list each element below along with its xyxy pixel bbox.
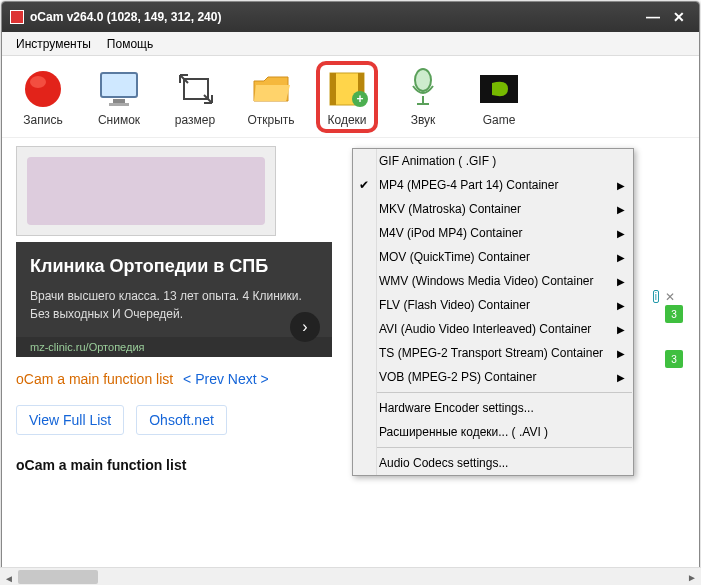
codec-menu-item[interactable]: VOB (MPEG-2 PS) Container▶ bbox=[353, 365, 633, 389]
ad-url[interactable]: mz-clinic.ru/Ортопедия bbox=[16, 337, 332, 357]
codecs-label: Кодеки bbox=[327, 113, 366, 127]
sound-button[interactable]: Звук bbox=[392, 67, 454, 127]
toolbar: Запись Снимок размер Открыть + Кодеки Зв… bbox=[2, 56, 699, 138]
svg-rect-7 bbox=[330, 73, 336, 105]
menu-item-label: Расширенные кодеки... ( .AVI ) bbox=[379, 425, 548, 439]
codecs-button[interactable]: + Кодеки bbox=[316, 61, 378, 133]
menu-item-label: Audio Codecs settings... bbox=[379, 456, 508, 470]
ad-close-button[interactable]: ✕ bbox=[665, 290, 675, 304]
submenu-arrow-icon: ▶ bbox=[617, 276, 625, 287]
codec-menu-item[interactable]: AVI (Audio Video Interleaved) Container▶ bbox=[353, 317, 633, 341]
app-icon bbox=[10, 10, 24, 24]
game-label: Game bbox=[483, 113, 516, 127]
menu-item-label: FLV (Flash Video) Container bbox=[379, 298, 530, 312]
record-button[interactable]: Запись bbox=[12, 67, 74, 127]
game-button[interactable]: Game bbox=[468, 67, 530, 127]
codec-menu-item[interactable]: MKV (Matroska) Container▶ bbox=[353, 197, 633, 221]
codec-menu-item[interactable]: Hardware Encoder settings... bbox=[353, 396, 633, 420]
view-full-list-button[interactable]: View Full List bbox=[16, 405, 124, 435]
size-label: размер bbox=[175, 113, 215, 127]
size-button[interactable]: размер bbox=[164, 67, 226, 127]
ad-body: Врачи высшего класса. 13 лет опыта. 4 Кл… bbox=[30, 287, 318, 323]
submenu-arrow-icon: ▶ bbox=[617, 252, 625, 263]
snapshot-label: Снимок bbox=[98, 113, 140, 127]
submenu-arrow-icon: ▶ bbox=[617, 180, 625, 191]
scroll-thumb[interactable] bbox=[18, 570, 98, 584]
window-title: oCam v264.0 (1028, 149, 312, 240) bbox=[30, 10, 639, 24]
submenu-arrow-icon: ▶ bbox=[617, 324, 625, 335]
menu-item-label: WMV (Windows Media Video) Container bbox=[379, 274, 594, 288]
menu-item-label: VOB (MPEG-2 PS) Container bbox=[379, 370, 536, 384]
green-badge-1[interactable]: 3 bbox=[665, 305, 683, 323]
microphone-icon bbox=[401, 67, 445, 111]
prev-next-link[interactable]: < Prev Next > bbox=[183, 371, 269, 387]
menu-item-label: M4V (iPod MP4) Container bbox=[379, 226, 522, 240]
svg-rect-3 bbox=[113, 99, 125, 103]
horizontal-scrollbar[interactable]: ◄ ► bbox=[0, 567, 701, 585]
svg-point-11 bbox=[415, 69, 431, 91]
ad-headline: Клиника Ортопедии в СПБ bbox=[30, 256, 318, 277]
record-icon bbox=[21, 67, 65, 111]
codec-menu-item[interactable]: MOV (QuickTime) Container▶ bbox=[353, 245, 633, 269]
codec-menu-item[interactable]: M4V (iPod MP4) Container▶ bbox=[353, 221, 633, 245]
codec-menu-item[interactable]: Audio Codecs settings... bbox=[353, 451, 633, 475]
folder-icon bbox=[249, 67, 293, 111]
svg-point-0 bbox=[25, 71, 61, 107]
menu-item-label: MOV (QuickTime) Container bbox=[379, 250, 530, 264]
codec-menu-item[interactable]: GIF Animation ( .GIF ) bbox=[353, 149, 633, 173]
codec-menu-item[interactable]: Расширенные кодеки... ( .AVI ) bbox=[353, 420, 633, 444]
monitor-icon bbox=[97, 67, 141, 111]
svg-rect-4 bbox=[109, 103, 129, 106]
open-label: Открыть bbox=[247, 113, 294, 127]
minimize-button[interactable]: — bbox=[641, 8, 665, 26]
scroll-right-button[interactable]: ► bbox=[683, 568, 701, 585]
menu-instruments[interactable]: Инструменты bbox=[8, 35, 99, 53]
menu-item-label: GIF Animation ( .GIF ) bbox=[379, 154, 496, 168]
titlebar: oCam v264.0 (1028, 149, 312, 240) — ✕ bbox=[2, 2, 699, 32]
record-label: Запись bbox=[23, 113, 62, 127]
submenu-arrow-icon: ▶ bbox=[617, 228, 625, 239]
chevron-right-icon[interactable]: › bbox=[290, 312, 320, 342]
ad-thumbnail[interactable] bbox=[16, 146, 276, 236]
svg-point-1 bbox=[30, 76, 46, 88]
codecs-context-menu: GIF Animation ( .GIF )✔MP4 (MPEG-4 Part … bbox=[352, 148, 634, 476]
menu-item-label: Hardware Encoder settings... bbox=[379, 401, 534, 415]
codec-menu-item[interactable]: WMV (Windows Media Video) Container▶ bbox=[353, 269, 633, 293]
submenu-arrow-icon: ▶ bbox=[617, 372, 625, 383]
submenu-arrow-icon: ▶ bbox=[617, 204, 625, 215]
nvidia-icon bbox=[477, 67, 521, 111]
resize-icon bbox=[173, 67, 217, 111]
codec-menu-item[interactable]: TS (MPEG-2 Transport Stream) Container▶ bbox=[353, 341, 633, 365]
submenu-arrow-icon: ▶ bbox=[617, 348, 625, 359]
menu-help[interactable]: Помощь bbox=[99, 35, 161, 53]
function-list-link[interactable]: oCam a main function list bbox=[16, 371, 173, 387]
snapshot-button[interactable]: Снимок bbox=[88, 67, 150, 127]
codecs-icon: + bbox=[325, 67, 369, 111]
sound-label: Звук bbox=[411, 113, 436, 127]
open-button[interactable]: Открыть bbox=[240, 67, 302, 127]
codec-menu-item[interactable]: ✔MP4 (MPEG-4 Part 14) Container▶ bbox=[353, 173, 633, 197]
ohsoft-link-button[interactable]: Ohsoft.net bbox=[136, 405, 227, 435]
svg-rect-2 bbox=[101, 73, 137, 97]
green-badge-2[interactable]: 3 bbox=[665, 350, 683, 368]
adchoices-icon[interactable]: i bbox=[653, 290, 659, 303]
menubar: Инструменты Помощь bbox=[2, 32, 699, 56]
svg-text:+: + bbox=[356, 92, 363, 106]
menu-item-label: MP4 (MPEG-4 Part 14) Container bbox=[379, 178, 558, 192]
menu-item-label: TS (MPEG-2 Transport Stream) Container bbox=[379, 346, 603, 360]
scroll-left-button[interactable]: ◄ bbox=[0, 570, 18, 586]
close-button[interactable]: ✕ bbox=[667, 8, 691, 26]
codec-menu-item[interactable]: FLV (Flash Video) Container▶ bbox=[353, 293, 633, 317]
submenu-arrow-icon: ▶ bbox=[617, 300, 625, 311]
menu-item-label: MKV (Matroska) Container bbox=[379, 202, 521, 216]
menu-item-label: AVI (Audio Video Interleaved) Container bbox=[379, 322, 591, 336]
ad-banner[interactable]: Клиника Ортопедии в СПБ Врачи высшего кл… bbox=[16, 242, 332, 337]
